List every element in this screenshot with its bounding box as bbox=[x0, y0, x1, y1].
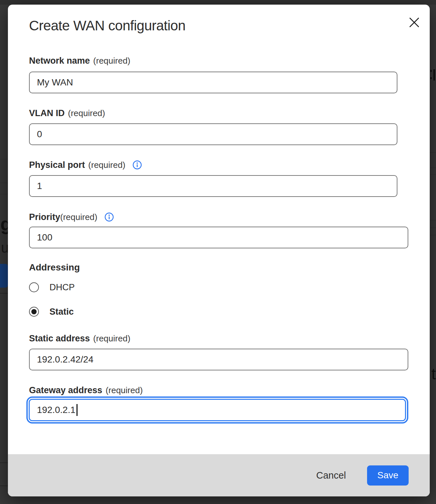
radio-circle-icon bbox=[29, 307, 39, 317]
radio-label: DHCP bbox=[49, 282, 75, 293]
dimmed-page-text-fragment bbox=[430, 70, 432, 72]
dimmed-page-row-line bbox=[0, 159, 8, 159]
vlan-id-input[interactable]: 0 bbox=[29, 123, 397, 145]
input-value: 1 bbox=[37, 181, 42, 191]
dialog-title: Create WAN configuration bbox=[29, 18, 185, 34]
dimmed-page-text-fragment bbox=[430, 77, 432, 79]
label-text: VLAN ID bbox=[29, 108, 65, 118]
gateway-address-focus-ring: 192.0.2.1 bbox=[26, 396, 408, 424]
input-value: 100 bbox=[37, 232, 52, 243]
dimmed-page-text-fragment: t bbox=[431, 365, 436, 383]
radio-dot bbox=[31, 309, 37, 314]
dimmed-page-row-line bbox=[0, 194, 8, 194]
vlan-id-label: VLAN ID (required) bbox=[29, 107, 105, 119]
text-caret bbox=[77, 404, 78, 416]
radio-label: Static bbox=[49, 307, 74, 317]
input-value: 192.0.2.42/24 bbox=[37, 354, 93, 365]
label-text: Physical port bbox=[29, 160, 85, 170]
info-circle-icon[interactable] bbox=[105, 212, 114, 222]
required-note: (required) bbox=[68, 108, 105, 118]
label-text: Network name bbox=[29, 56, 90, 66]
radio-circle-icon bbox=[29, 282, 39, 292]
required-note: (required) bbox=[60, 212, 98, 222]
gateway-address-label: Gateway address (required) bbox=[29, 384, 143, 396]
static-address-input[interactable]: 192.0.2.42/24 bbox=[29, 349, 408, 370]
radio-option-static[interactable]: Static bbox=[29, 306, 74, 317]
dimmed-page-row-line bbox=[430, 228, 436, 228]
required-note: (required) bbox=[93, 333, 131, 344]
close-button[interactable] bbox=[406, 14, 423, 31]
physical-port-input[interactable]: 1 bbox=[29, 175, 397, 197]
dimmed-page-row-line bbox=[430, 168, 436, 168]
label-text: Gateway address bbox=[29, 385, 102, 395]
dimmed-page-right-strip: t bbox=[430, 0, 436, 504]
priority-input[interactable]: 100 bbox=[29, 227, 408, 248]
dimmed-page-text-fragment bbox=[433, 69, 435, 80]
dialog-footer: Cancel Save bbox=[8, 454, 430, 496]
gateway-address-input[interactable]: 192.0.2.1 bbox=[29, 399, 406, 421]
dimmed-page-button-fragment bbox=[0, 264, 8, 288]
network-name-label: Network name (required) bbox=[29, 55, 130, 67]
priority-label: Priority (required) bbox=[29, 211, 114, 223]
dimmed-page-row-line bbox=[430, 174, 436, 174]
dimmed-page-heading-fragment: g bbox=[0, 213, 8, 235]
static-address-label: Static address (required) bbox=[29, 332, 130, 344]
network-name-input[interactable]: My WAN bbox=[29, 72, 397, 93]
dimmed-page-top-strip bbox=[0, 0, 436, 5]
label-text: Static address bbox=[29, 333, 90, 344]
save-button[interactable]: Save bbox=[367, 465, 409, 486]
dimmed-page-row-line bbox=[0, 486, 8, 486]
addressing-heading: Addressing bbox=[29, 262, 80, 273]
dimmed-page-row-line bbox=[430, 220, 436, 220]
dimmed-page-row-line bbox=[430, 152, 436, 153]
dimmed-page-divider bbox=[0, 293, 8, 294]
dimmed-page-left-strip: g u bbox=[0, 0, 8, 504]
required-note: (required) bbox=[106, 385, 143, 395]
dimmed-page-text-fragment: u bbox=[1, 239, 8, 256]
input-value: 192.0.2.1 bbox=[37, 405, 76, 415]
create-wan-configuration-dialog: Create WAN configuration Network name (r… bbox=[8, 5, 430, 496]
input-value: My WAN bbox=[37, 77, 73, 88]
dimmed-page-row-line bbox=[430, 235, 436, 235]
dimmed-page-row-line bbox=[0, 183, 8, 183]
close-x-icon bbox=[408, 16, 420, 29]
label-text: Priority bbox=[29, 212, 60, 222]
cancel-button[interactable]: Cancel bbox=[312, 467, 350, 484]
required-note: (required) bbox=[88, 160, 126, 170]
info-circle-icon[interactable] bbox=[133, 160, 142, 170]
required-note: (required) bbox=[93, 56, 131, 66]
input-value: 0 bbox=[37, 129, 42, 140]
physical-port-label: Physical port (required) bbox=[29, 159, 142, 171]
radio-option-dhcp[interactable]: DHCP bbox=[29, 282, 75, 293]
dimmed-page-row-line bbox=[0, 462, 8, 463]
